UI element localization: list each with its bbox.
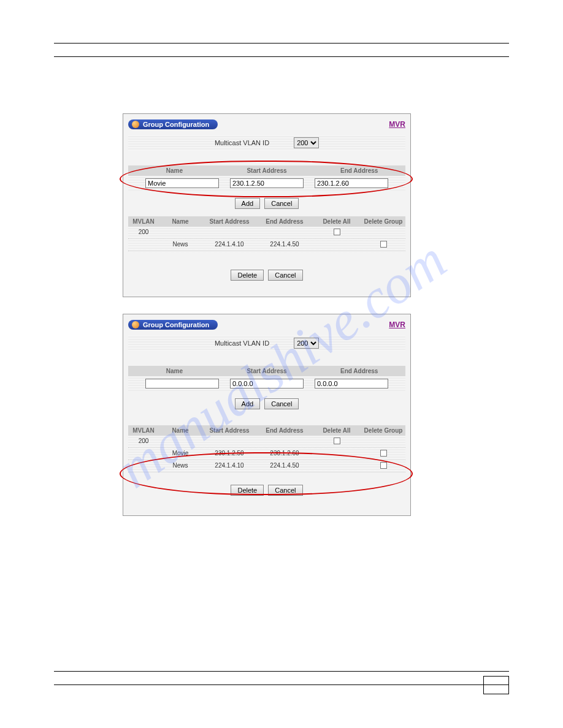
delete-button-row: Delete Cancel [128, 472, 405, 503]
delete-group-checkbox[interactable] [380, 450, 387, 457]
mvr-link[interactable]: MVR [389, 120, 405, 129]
delete-all-checkbox[interactable] [334, 229, 340, 235]
cell-start: 230.1.2.50 [202, 449, 257, 458]
cell-delete-all [312, 461, 361, 471]
delete-group-checkbox[interactable] [380, 462, 387, 469]
page-number-box [483, 676, 509, 694]
table-row: Movie230.1.2.50230.1.2.60 [128, 448, 405, 460]
cell-delete-all [312, 240, 361, 249]
delete-button[interactable]: Delete [231, 485, 264, 496]
table-body-1: 200News224.1.4.10224.1.4.50 [128, 227, 405, 251]
cell-name: News [159, 461, 202, 471]
delete-all-checkbox[interactable] [334, 438, 340, 444]
delete-button-row: Delete Cancel [128, 251, 405, 288]
th-end: End Address [257, 216, 312, 227]
col-start: Start Address [221, 165, 313, 176]
cell-delete-group [361, 228, 405, 237]
table-header: MVLAN Name Start Address End Address Del… [128, 216, 405, 227]
cell-delete-group [361, 240, 405, 249]
add-button-row: Add Cancel [128, 191, 405, 216]
table-row: News224.1.4.10224.1.4.50 [128, 460, 405, 472]
cell-start [202, 228, 257, 237]
form-header-row: Name Start Address End Address [128, 366, 405, 376]
panel-title: Group Configuration [128, 320, 218, 330]
add-button-row: Add Cancel [128, 391, 405, 417]
cell-name: Movie [159, 449, 202, 458]
cell-start: 224.1.4.10 [202, 240, 257, 249]
cell-mvlan [128, 461, 159, 471]
mvr-link[interactable]: MVR [389, 320, 405, 329]
footer-rule-1 [54, 671, 509, 672]
end-address-input[interactable] [315, 178, 388, 188]
th-name: Name [159, 216, 202, 227]
vlan-id-label: Multicast VLAN ID [215, 139, 269, 146]
bullet-icon [132, 321, 139, 328]
panel-title: Group Configuration [128, 119, 218, 129]
cell-end: 230.1.2.60 [257, 449, 312, 458]
add-button[interactable]: Add [235, 198, 261, 209]
cancel-button[interactable]: Cancel [264, 198, 299, 209]
cell-delete-all [312, 228, 361, 237]
th-delete-group: Delete Group [361, 216, 405, 227]
cell-name [159, 228, 202, 237]
th-start: Start Address [202, 425, 257, 436]
group-config-panel-1: Group Configuration MVR Multicast VLAN I… [123, 113, 411, 297]
panel-title-text: Group Configuration [143, 321, 209, 328]
cell-delete-group [361, 437, 405, 446]
cell-mvlan [128, 240, 159, 249]
delete-group-checkbox[interactable] [380, 241, 387, 248]
panel-title-text: Group Configuration [143, 121, 209, 128]
cell-mvlan: 200 [128, 228, 159, 237]
delete-button[interactable]: Delete [231, 270, 264, 281]
cancel-button-2[interactable]: Cancel [268, 270, 302, 281]
cell-end: 224.1.4.50 [257, 461, 312, 471]
vlan-id-row: Multicast VLAN ID 200 [128, 135, 405, 151]
cell-end [257, 228, 312, 237]
table-body-2: 200Movie230.1.2.50230.1.2.60News224.1.4.… [128, 436, 405, 472]
cell-name [159, 437, 202, 446]
col-start: Start Address [221, 366, 313, 376]
table-row: 200 [128, 436, 405, 448]
group-config-panel-2: Group Configuration MVR Multicast VLAN I… [123, 314, 411, 516]
table-header: MVLAN Name Start Address End Address Del… [128, 425, 405, 436]
col-end: End Address [313, 366, 405, 376]
col-name: Name [128, 165, 221, 176]
cell-end: 224.1.4.50 [257, 240, 312, 249]
vlan-id-select[interactable]: 200 [294, 137, 319, 148]
name-input[interactable] [145, 178, 219, 188]
cell-delete-all [312, 437, 361, 446]
cancel-button[interactable]: Cancel [264, 398, 299, 409]
cell-mvlan: 200 [128, 437, 159, 446]
vlan-id-select[interactable]: 200 [294, 338, 319, 349]
panel-title-bar: Group Configuration MVR [128, 119, 405, 130]
name-input[interactable] [145, 379, 219, 389]
th-delete-group: Delete Group [361, 425, 405, 436]
th-delete-all: Delete All [312, 425, 361, 436]
cell-mvlan [128, 449, 159, 458]
table-row: News224.1.4.10224.1.4.50 [128, 239, 405, 251]
panel-title-bar: Group Configuration MVR [128, 319, 405, 330]
cancel-button-2[interactable]: Cancel [268, 485, 302, 496]
th-mvlan: MVLAN [128, 216, 159, 227]
cell-end [257, 437, 312, 446]
bullet-icon [132, 121, 139, 128]
vlan-id-label: Multicast VLAN ID [215, 339, 269, 347]
col-end: End Address [313, 165, 405, 176]
footer-rule-2 [54, 684, 509, 685]
th-name: Name [159, 425, 202, 436]
table-row: 200 [128, 227, 405, 239]
cell-name: News [159, 240, 202, 249]
header-rule [54, 56, 509, 57]
start-address-input[interactable] [230, 379, 304, 389]
start-address-input[interactable] [230, 178, 304, 188]
end-address-input[interactable] [315, 379, 388, 389]
add-button[interactable]: Add [235, 398, 261, 409]
cell-start: 224.1.4.10 [202, 461, 257, 471]
cell-start [202, 437, 257, 446]
cell-delete-all [312, 449, 361, 458]
th-end: End Address [257, 425, 312, 436]
th-start: Start Address [202, 216, 257, 227]
col-name: Name [128, 366, 221, 376]
cell-delete-group [361, 449, 405, 458]
vlan-id-row: Multicast VLAN ID 200 [128, 335, 405, 351]
